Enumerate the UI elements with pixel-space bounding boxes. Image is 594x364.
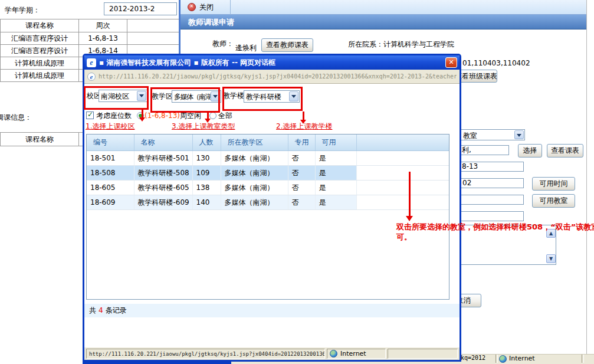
cell-capacity: 130 <box>192 151 221 166</box>
dialog-close-button[interactable]: ✕ <box>445 57 457 68</box>
annotation-tip-line1: 双击所要选择的教室，例如选择科研楼508，“双击”该教室即 <box>396 222 594 232</box>
cell-course: 汇编语言程序设计 <box>1 45 79 57</box>
annotation-arrow-line <box>303 112 304 120</box>
page-header-band: 教师调课申请 <box>181 15 586 29</box>
cell-code: 18-508 <box>87 166 134 181</box>
col-available: 可用 <box>315 135 356 151</box>
room-type-select[interactable]: 教室 <box>454 129 525 140</box>
cell-course: 计算机组成原理 <box>1 70 79 82</box>
chevron-down-icon[interactable] <box>514 130 524 139</box>
id-field[interactable]: 02 <box>451 178 524 188</box>
term-input[interactable]: 2012-2013-2 <box>104 2 177 15</box>
cell-name: 教学科研楼-609 <box>134 195 192 210</box>
cell-code: 18-609 <box>87 195 134 210</box>
annotation-long-arrow-line <box>409 172 411 217</box>
dialog-title: ▪ 湖南强智科技发展有限公司 ▪ 版权所有 -- 网页对话框 <box>99 58 442 68</box>
cell-dedicated: 否 <box>288 195 315 210</box>
dialog-status-zone: Internet <box>327 349 386 359</box>
weeks-field[interactable]: 8-13 <box>451 162 524 172</box>
status-url-fragment: kq=2012 <box>461 355 485 361</box>
dialog-address-bar: e http://111.116.20.221/jiaowu/pkgl/jgtk… <box>84 70 460 84</box>
annotation-box-area <box>150 87 220 113</box>
week-free-weeks: (1-6,8-13) <box>145 112 180 120</box>
annotation-arrow-head <box>139 117 145 124</box>
cell-capacity: 138 <box>192 181 221 195</box>
info-col-course: 课程名称 <box>1 133 79 146</box>
seat-checkbox[interactable] <box>86 112 94 119</box>
view-teacher-schedule-button[interactable]: 查看教师课表 <box>261 38 313 52</box>
zone-text: Internet <box>340 350 366 358</box>
cell-available: 是 <box>315 195 356 210</box>
teacher-label: 教师： <box>212 39 234 49</box>
cell-filler <box>356 151 449 166</box>
right-edge-strip <box>586 0 594 354</box>
room-row-selected[interactable]: 18-508 教学科研楼-508 109 多媒体（南湖） 否 是 <box>87 166 449 181</box>
page-title: 教师调课申请 <box>188 17 234 28</box>
classroom-table: 编号 名称 人数 所在教学区 专用 可用 18-501 教学科研楼-501 13… <box>87 135 449 210</box>
available-room-button[interactable]: 可用教室 <box>532 194 575 208</box>
ie-url-icon: e <box>87 73 96 81</box>
scroll-down-icon[interactable]: ▼ <box>546 254 556 263</box>
annotation-step3: 3.选择上课教室类型 <box>172 122 235 132</box>
all-radio-label: 全部 <box>218 111 232 121</box>
col-empty <box>127 19 179 32</box>
close-tab[interactable]: 关闭 <box>199 2 214 12</box>
cell-weeks: 1-6,8-13 <box>79 32 127 45</box>
record-prefix: 共 <box>89 306 96 314</box>
status-separator <box>582 355 584 363</box>
cell-name: 教学科研楼-501 <box>134 151 192 166</box>
internet-globe-icon <box>499 355 507 363</box>
view-schedule-button[interactable]: 查看课表 <box>547 144 583 158</box>
dialog-status-url: http://111.116.20.221/jiaowu/pkgl/jgtksq… <box>86 349 325 359</box>
seat-checkbox-label: 考虑座位数 <box>96 111 132 121</box>
internet-globe-icon <box>330 350 337 358</box>
department-text: 所在院系：计算机科学与工程学院 <box>348 40 454 50</box>
col-filler <box>356 135 449 151</box>
annotation-arrow-line <box>207 111 209 119</box>
cell-filler <box>356 195 449 210</box>
room-row[interactable]: 18-501 教学科研楼-501 130 多媒体（南湖） 否 是 <box>87 151 449 166</box>
record-suffix: 条记录 <box>106 306 127 314</box>
table-row[interactable]: 汇编语言程序设计 1-6,8-13 <box>1 32 179 45</box>
cell-area: 多媒体（南湖） <box>221 166 288 181</box>
empty-field-2[interactable] <box>451 211 524 221</box>
screen: 学年学期： 2012-2013-2 课程名称 周次 汇编语言程序设计 1-6,8… <box>0 0 594 364</box>
classroom-list-box: 编号 名称 人数 所在教学区 专用 可用 18-501 教学科研楼-501 13… <box>86 134 449 300</box>
dialog-status-bar: http://111.116.20.221/jiaowu/pkgl/jgtksq… <box>84 347 460 360</box>
room-row[interactable]: 18-605 教学科研楼-605 138 多媒体（南湖） 否 是 <box>87 181 449 195</box>
cell-area: 多媒体（南湖） <box>221 181 288 195</box>
annotation-tip-line2: 可。 <box>396 232 412 242</box>
cell-area: 多媒体（南湖） <box>221 195 288 210</box>
col-code: 编号 <box>87 135 134 151</box>
adjust-info-label: 调课信息： <box>0 113 32 123</box>
status-separator <box>495 355 498 363</box>
annotation-box-building <box>222 87 303 111</box>
cell-filler <box>356 166 449 181</box>
teacher-name: 逄焕利 <box>235 43 257 53</box>
cell-code: 18-605 <box>87 181 134 195</box>
annotation-step1: 1.选择上课校区 <box>86 122 134 132</box>
tab-separator <box>230 0 231 15</box>
col-name: 名称 <box>134 135 192 151</box>
week-free-rest: 周空闲 <box>180 112 201 120</box>
dialog-status-spacer <box>388 349 458 359</box>
col-dedicated: 专用 <box>288 135 315 151</box>
empty-field-1[interactable] <box>451 195 524 205</box>
room-row[interactable]: 18-609 教学科研楼-609 140 多媒体（南湖） 否 是 <box>87 195 449 210</box>
cell-name: 教学科研楼-508 <box>134 166 192 181</box>
available-time-button[interactable]: 可用时间 <box>532 177 575 191</box>
annotation-step2: 2.选择上课教学楼 <box>276 122 332 132</box>
cell-capacity: 109 <box>192 166 221 181</box>
record-count-band: 共4条记录 <box>84 304 460 317</box>
dialog-bottom-edge <box>83 362 231 364</box>
cell-available: 是 <box>315 151 356 166</box>
cell-dedicated: 否 <box>288 181 315 195</box>
cell-dedicated: 否 <box>288 151 315 166</box>
choose-button[interactable]: 选择 <box>518 144 542 158</box>
cell-available: 是 <box>315 166 356 181</box>
class-list-fragment: 01,110403,110402 <box>462 59 530 67</box>
cell-filler <box>356 181 449 195</box>
status-zone-text: Internet <box>509 355 535 362</box>
dialog-title-bar: e ▪ 湖南强智科技发展有限公司 ▪ 版权所有 -- 网页对话框 ✕ <box>84 55 460 70</box>
record-count: 4 <box>99 306 103 314</box>
